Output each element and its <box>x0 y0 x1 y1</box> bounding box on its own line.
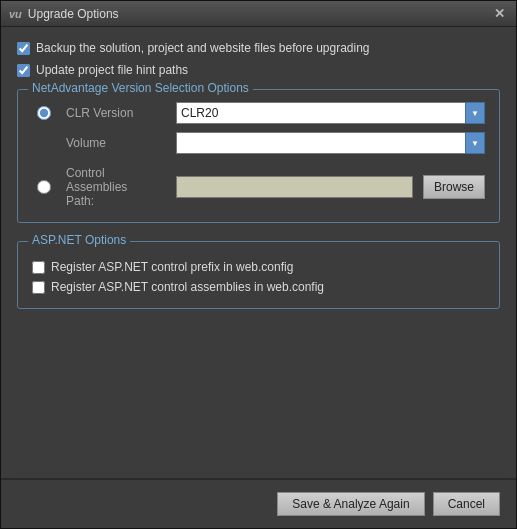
volume-label: Volume <box>66 136 166 150</box>
assemblies-path-row: Control AssembliesPath: Browse <box>32 166 485 208</box>
update-label: Update project file hint paths <box>36 63 188 77</box>
main-content: Backup the solution, project and website… <box>1 27 516 478</box>
backup-checkbox[interactable] <box>17 42 30 55</box>
clr-label: CLR Version <box>66 106 166 120</box>
volume-select[interactable] <box>176 132 485 154</box>
volume-select-wrapper <box>176 132 485 154</box>
register-assemblies-row: Register ASP.NET control assemblies in w… <box>32 280 485 294</box>
backup-label: Backup the solution, project and website… <box>36 41 370 55</box>
update-checkbox-row: Update project file hint paths <box>17 63 500 77</box>
register-prefix-label: Register ASP.NET control prefix in web.c… <box>51 260 293 274</box>
assemblies-path-radio[interactable] <box>37 180 51 194</box>
register-prefix-row: Register ASP.NET control prefix in web.c… <box>32 260 485 274</box>
clr-radio[interactable] <box>37 106 51 120</box>
close-button[interactable]: ✕ <box>491 6 508 21</box>
clr-select-wrapper: CLR20 CLR35 CLR40 <box>176 102 485 124</box>
upgrade-options-dialog: vu Upgrade Options ✕ Backup the solution… <box>0 0 517 529</box>
assemblies-path-label: Control AssembliesPath: <box>66 166 166 208</box>
backup-checkbox-row: Backup the solution, project and website… <box>17 41 500 55</box>
netadvantage-legend: NetAdvantage Version Selection Options <box>28 81 253 95</box>
volume-row: Volume <box>32 132 485 154</box>
assemblies-path-input[interactable] <box>176 176 413 198</box>
aspnet-legend: ASP.NET Options <box>28 233 130 247</box>
title-bar-left: vu Upgrade Options <box>9 7 119 21</box>
app-logo: vu <box>9 8 22 20</box>
clr-radio-col <box>32 106 56 120</box>
clr-version-row: CLR Version CLR20 CLR35 CLR40 <box>32 102 485 124</box>
browse-button[interactable]: Browse <box>423 175 485 199</box>
window-title: Upgrade Options <box>28 7 119 21</box>
register-assemblies-checkbox[interactable] <box>32 281 45 294</box>
footer: Save & Analyze Again Cancel <box>1 479 516 528</box>
register-prefix-checkbox[interactable] <box>32 261 45 274</box>
register-assemblies-label: Register ASP.NET control assemblies in w… <box>51 280 324 294</box>
netadvantage-section: NetAdvantage Version Selection Options C… <box>17 89 500 223</box>
aspnet-options: Register ASP.NET control prefix in web.c… <box>32 260 485 294</box>
aspnet-section: ASP.NET Options Register ASP.NET control… <box>17 241 500 309</box>
update-hint-paths-checkbox[interactable] <box>17 64 30 77</box>
title-bar: vu Upgrade Options ✕ <box>1 1 516 27</box>
assemblies-radio-col <box>32 180 56 194</box>
clr-version-select[interactable]: CLR20 CLR35 CLR40 <box>176 102 485 124</box>
cancel-button[interactable]: Cancel <box>433 492 500 516</box>
version-grid: CLR Version CLR20 CLR35 CLR40 Volume <box>32 102 485 208</box>
save-analyze-button[interactable]: Save & Analyze Again <box>277 492 424 516</box>
